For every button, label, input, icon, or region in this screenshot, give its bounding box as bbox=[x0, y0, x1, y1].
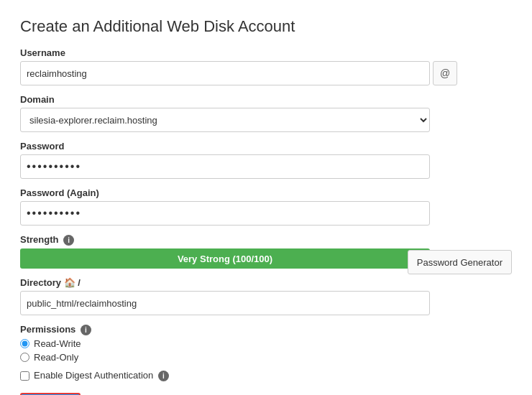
strength-label: Strength i bbox=[20, 234, 512, 246]
strength-info-icon: i bbox=[63, 235, 74, 246]
read-only-label: Read-Only bbox=[34, 352, 78, 363]
at-symbol-button[interactable]: @ bbox=[433, 61, 457, 85]
digest-auth-info-icon: i bbox=[158, 371, 169, 381]
read-only-radio[interactable] bbox=[20, 353, 29, 362]
read-write-option[interactable]: Read-Write bbox=[20, 338, 512, 349]
strength-group: Strength i Very Strong (100/100) Passwor… bbox=[20, 234, 512, 269]
directory-group: Directory 🏠 / bbox=[20, 277, 512, 315]
directory-input[interactable] bbox=[20, 291, 430, 315]
digest-auth-checkbox[interactable] bbox=[20, 371, 29, 381]
password-group: Password bbox=[20, 141, 512, 179]
read-only-option[interactable]: Read-Only bbox=[20, 352, 512, 363]
domain-select[interactable]: silesia-explorer.reclaim.hosting bbox=[20, 108, 430, 132]
permissions-label: Permissions i bbox=[20, 324, 512, 335]
username-input-wrapper: @ bbox=[20, 61, 512, 85]
permissions-group: Permissions i Read-Write Read-Only bbox=[20, 324, 512, 363]
strength-text: Very Strong (100/100) bbox=[178, 254, 272, 264]
radio-group: Read-Write Read-Only bbox=[20, 338, 512, 363]
directory-label: Directory 🏠 / bbox=[20, 277, 512, 288]
password-generator-button[interactable]: Password Generator bbox=[408, 250, 512, 274]
digest-auth-label[interactable]: Enable Digest Authentication i bbox=[34, 370, 169, 381]
password-again-label: Password (Again) bbox=[20, 187, 512, 198]
username-label: Username bbox=[20, 47, 512, 58]
page-container: Create an Additional Web Disk Account Us… bbox=[0, 0, 532, 395]
strength-bar-fill: Very Strong (100/100) bbox=[20, 248, 430, 269]
permissions-info-icon: i bbox=[81, 325, 91, 335]
domain-label: Domain bbox=[20, 94, 512, 105]
page-title: Create an Additional Web Disk Account bbox=[20, 17, 512, 36]
directory-slash: / bbox=[78, 277, 81, 288]
password-again-input[interactable] bbox=[20, 201, 430, 226]
password-input[interactable] bbox=[20, 154, 430, 179]
strength-bar-container: Very Strong (100/100) bbox=[20, 248, 430, 269]
password-label: Password bbox=[20, 141, 512, 152]
domain-group: Domain silesia-explorer.reclaim.hosting bbox=[20, 94, 512, 132]
username-input[interactable] bbox=[20, 61, 430, 85]
home-icon: 🏠 bbox=[64, 277, 75, 288]
digest-auth-section: Enable Digest Authentication i bbox=[20, 370, 512, 381]
read-write-radio[interactable] bbox=[20, 339, 29, 348]
password-again-group: Password (Again) bbox=[20, 187, 512, 226]
username-group: Username @ bbox=[20, 47, 512, 85]
read-write-label: Read-Write bbox=[34, 338, 81, 349]
